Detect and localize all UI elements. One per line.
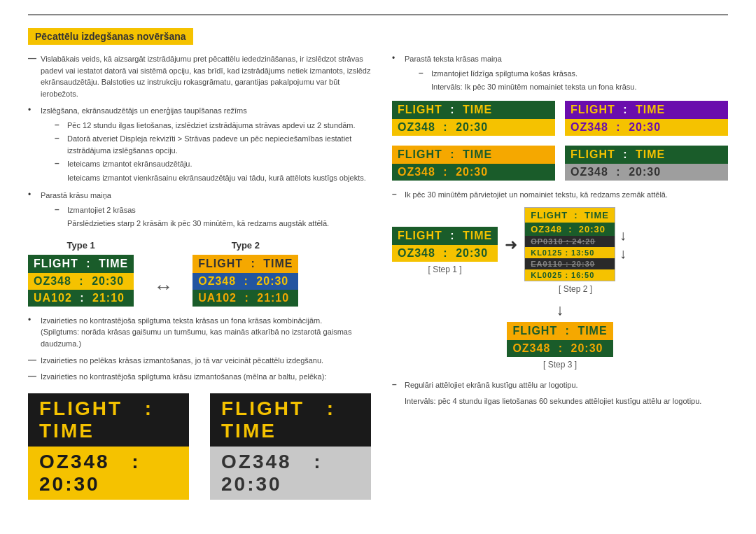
type1-time1: 20:30	[92, 275, 124, 288]
sub1-4-text: Ieteicams izmantot vienkrāsainu ekrānsau…	[67, 172, 366, 184]
step2-wrapper: FLIGHT : TIME OZ348 : 20:30 OP0310 : 24:…	[524, 207, 626, 294]
lb1-code: OZ348	[39, 451, 110, 472]
step1-label: [ Step 1 ]	[392, 265, 498, 274]
step1-wrapper: FLIGHT : TIME OZ348 : 20:30 [ Step 1 ]	[392, 227, 498, 274]
rb-py-row: OZ348 : 20:30	[565, 119, 728, 136]
rb-py-code: OZ348	[570, 121, 608, 134]
note2-text: Izvairieties no kontrastējoša spilgtuma …	[41, 371, 326, 383]
top-divider	[28, 14, 728, 15]
type2-row1: OZ348 : 20:30	[192, 273, 298, 290]
step1-row: OZ348 : 20:30	[392, 245, 498, 262]
type2-header: FLIGHT : TIME	[192, 255, 298, 273]
rb-py-colon: :	[620, 104, 631, 116]
sub2-2: Pārslēdzieties starp 2 krāsām ik pēc 30 …	[55, 218, 329, 230]
right-note-item: – Ik pēc 30 minūtēm pārvietojiet un noma…	[392, 189, 728, 201]
rb-orange-green: FLIGHT : TIME OZ348 : 20:30	[392, 146, 555, 181]
right-sub2-text: Intervāls: Ik pēc 30 minūtēm nomainiet t…	[431, 81, 636, 93]
rb-og-timeval: 20:30	[456, 166, 488, 178]
rb-py-time: TIME	[636, 104, 665, 116]
type2-board: FLIGHT : TIME OZ348 : 20:30 UA102 : 21:1…	[192, 255, 298, 307]
rb-gr-code: OZ348	[570, 166, 608, 178]
step2-new2: KL0025 : 16:50	[525, 269, 615, 281]
step1-board: FLIGHT : TIME OZ348 : 20:30	[392, 227, 498, 262]
type1-code2: UA102	[34, 292, 72, 304]
type1-code1: OZ348	[34, 275, 71, 288]
sub1-2: – Datorā atveriet Displeja rekvizīti > S…	[55, 133, 371, 156]
bullet-symbol: •	[28, 105, 38, 115]
large-board2-header: FLIGHT : TIME	[210, 393, 371, 447]
right-note2-1-text: Regulāri attēlojiet ekrānā kustīgu attēl…	[405, 379, 578, 391]
sub1-1: – Pēc 12 stundu ilgas lietošanas, izslēd…	[55, 120, 371, 132]
rb-py-header: FLIGHT : TIME	[565, 101, 728, 119]
lb2-row-colon: :	[306, 451, 330, 472]
rb-gy-header: FLIGHT : TIME	[392, 101, 555, 119]
note-section: — Izvairieties no pelēkas krāsas izmanto…	[28, 355, 371, 382]
rb-gr-header: FLIGHT : TIME	[565, 146, 728, 164]
s1-timeval: 20:30	[456, 247, 488, 260]
bullet1: • Izslēgšana, ekrānsaudzētājs un enerģij…	[28, 105, 371, 185]
rb-gy-flight: FLIGHT	[398, 104, 442, 116]
lb1-time: TIME	[39, 420, 94, 442]
rb-og-colon: :	[447, 148, 458, 161]
bullet-symbol-3: •	[28, 315, 38, 325]
type1-label: Type 1	[28, 240, 134, 251]
type1-row1: OZ348 : 20:30	[28, 273, 134, 290]
arrow-down-1: ↓	[620, 226, 626, 244]
right-note2-1: – Regulāri attēlojiet ekrānā kustīgu att…	[392, 379, 728, 391]
large-board-2: FLIGHT : TIME OZ348 : 20:30	[210, 393, 371, 500]
step2-anim-board: FLIGHT : TIME OZ348 : 20:30 OP0310 : 24:…	[524, 207, 615, 281]
type1-time-label: TIME	[99, 258, 128, 270]
rb-gr-row: OZ348 : 20:30	[565, 164, 728, 181]
lb2-code: OZ348	[221, 451, 292, 472]
sub2-1: – Izmantojiet 2 krāsas	[55, 204, 329, 216]
step-right-arrow: ➜	[505, 236, 517, 254]
s3-time: TIME	[578, 325, 607, 337]
rb-gy-row-colon: :	[440, 121, 451, 134]
step-section: FLIGHT : TIME OZ348 : 20:30 [ Step 1 ]	[392, 207, 728, 370]
rb-purple-yellow: FLIGHT : TIME OZ348 : 20:30	[565, 101, 728, 136]
rb-og-time: TIME	[463, 148, 492, 161]
sub1-1-text: Pēc 12 stundu ilgas lietošanas, izslēdzi…	[67, 120, 356, 132]
step3-row: OZ348 : 20:30	[507, 340, 612, 357]
bottom-boards-section: FLIGHT : TIME OZ348 : 20:30 FLIGHT : TIM…	[28, 393, 371, 500]
rb-gray: FLIGHT : TIME OZ348 : 20:30	[565, 146, 728, 181]
section-title: Pēcattēlu izdegšanas novēršana	[28, 28, 193, 45]
type1-section: Type 1 FLIGHT : TIME OZ348 : 20:30 UA102	[28, 240, 134, 307]
rb-gy-colon: :	[447, 104, 458, 116]
step2-label: [ Step 2 ]	[524, 284, 626, 294]
right-bullet1-text: Parastā teksta krāsas maiņa	[405, 55, 502, 63]
type2-label: Type 2	[192, 240, 298, 251]
type2-time-label: TIME	[263, 258, 293, 270]
s1-code: OZ348	[398, 247, 435, 260]
rb-gy-time: TIME	[463, 104, 492, 116]
rb-og-flight: FLIGHT	[398, 148, 442, 161]
rb-py-flight: FLIGHT	[570, 104, 615, 116]
lb1-time-val: 20:30	[39, 473, 100, 495]
note2-item: — Izvairieties no kontrastējoša spilgtum…	[28, 371, 371, 383]
step2-active-row: OZ348 : 20:30	[525, 223, 615, 236]
s3-timeval: 20:30	[571, 342, 603, 355]
type2-code1: OZ348	[198, 275, 236, 288]
sub1-4: Ieteicams izmantot vienkrāsainu ekrānsau…	[55, 172, 371, 184]
type2-flight-label: FLIGHT	[198, 258, 243, 270]
lb1-row-colon: :	[124, 451, 148, 472]
type2-code2: UA102	[198, 292, 237, 304]
rb-green-yellow: FLIGHT : TIME OZ348 : 20:30	[392, 101, 555, 136]
rb-gr-timeval: 20:30	[629, 166, 661, 178]
s3-flight: FLIGHT	[512, 325, 557, 337]
right-bullet1: • Parastā teksta krāsas maiņa – Izmantoj…	[392, 53, 728, 95]
sub1-3-text: Ieteicams izmantot ekrānsaudzētāju.	[67, 158, 192, 170]
type2-row1-colon: :	[240, 275, 252, 288]
s1-row-colon: :	[440, 247, 451, 260]
s1-colon: :	[447, 230, 458, 242]
rb-og-header: FLIGHT : TIME	[392, 146, 555, 164]
right-sub2: Intervāls: Ik pēc 30 minūtēm nomainiet t…	[419, 81, 636, 93]
large-board2-row: OZ348 : 20:30	[210, 447, 371, 500]
type1-row2-colon: :	[76, 292, 88, 304]
double-arrow-icon: ↔	[153, 276, 173, 298]
type1-colon: :	[83, 258, 94, 270]
down-arrows-icon: ↓ ↓	[620, 226, 626, 262]
lb2-time-val: 20:30	[221, 473, 282, 495]
large-board1-header: FLIGHT : TIME	[28, 393, 189, 447]
type1-row1-colon: :	[76, 275, 88, 288]
